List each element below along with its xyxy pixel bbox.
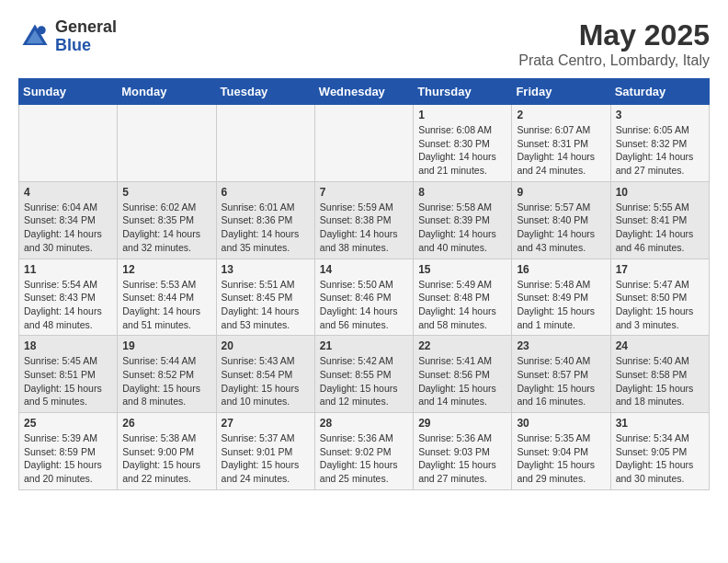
day-info: Daylight: 14 hours and 27 minutes. (616, 150, 704, 177)
logo-general: General (55, 18, 117, 37)
day-info: Daylight: 14 hours and 24 minutes. (517, 150, 605, 177)
day-info: Sunset: 8:44 PM (122, 291, 210, 304)
calendar-cell: 15Sunrise: 5:49 AMSunset: 8:48 PMDayligh… (414, 259, 512, 336)
day-number: 8 (418, 186, 506, 199)
calendar-cell (216, 105, 314, 182)
calendar-cell: 27Sunrise: 5:37 AMSunset: 9:01 PMDayligh… (216, 413, 314, 490)
day-info: Sunset: 8:58 PM (616, 368, 704, 382)
day-info: Daylight: 14 hours and 30 minutes. (24, 227, 112, 254)
day-number: 21 (320, 339, 408, 352)
day-number: 3 (616, 109, 704, 121)
day-info: Sunset: 8:46 PM (320, 291, 408, 304)
day-info: Sunset: 9:00 PM (122, 445, 210, 459)
calendar-cell (314, 105, 413, 182)
day-info: Sunset: 8:36 PM (222, 213, 310, 227)
day-number: 29 (418, 417, 506, 430)
calendar-cell: 11Sunrise: 5:54 AMSunset: 8:43 PMDayligh… (19, 259, 118, 336)
day-info: Daylight: 15 hours and 16 minutes. (517, 382, 605, 408)
day-info: Sunrise: 5:55 AM (616, 201, 704, 214)
day-info: Daylight: 15 hours and 5 minutes. (24, 382, 112, 408)
day-info: Sunset: 8:30 PM (418, 137, 506, 151)
day-header-thursday: Thursday (414, 79, 512, 105)
calendar-cell: 25Sunrise: 5:39 AMSunset: 8:59 PMDayligh… (19, 413, 118, 490)
day-info: Sunset: 8:32 PM (616, 137, 704, 151)
calendar-cell: 6Sunrise: 6:01 AMSunset: 8:36 PMDaylight… (216, 181, 314, 259)
day-number: 17 (616, 263, 704, 276)
day-info: Sunrise: 5:40 AM (517, 354, 605, 368)
day-info: Sunset: 8:54 PM (222, 368, 310, 382)
day-info: Daylight: 15 hours and 8 minutes. (122, 382, 210, 408)
day-info: Daylight: 15 hours and 25 minutes. (320, 458, 408, 485)
calendar-cell: 24Sunrise: 5:40 AMSunset: 8:58 PMDayligh… (610, 336, 709, 413)
calendar-cell: 30Sunrise: 5:35 AMSunset: 9:04 PMDayligh… (512, 413, 610, 490)
day-number: 18 (24, 339, 112, 352)
day-number: 9 (517, 186, 605, 199)
day-info: Sunrise: 5:43 AM (222, 354, 310, 368)
calendar-cell: 29Sunrise: 5:36 AMSunset: 9:03 PMDayligh… (414, 413, 512, 490)
title-block: May 2025 Prata Centro, Lombardy, Italy (518, 18, 710, 69)
day-info: Sunrise: 5:45 AM (24, 354, 112, 368)
calendar-table: SundayMondayTuesdayWednesdayThursdayFrid… (18, 78, 710, 490)
day-number: 19 (122, 339, 210, 352)
day-info: Sunrise: 6:07 AM (517, 123, 605, 137)
day-number: 12 (122, 263, 210, 276)
day-info: Sunrise: 5:39 AM (24, 431, 112, 445)
calendar-cell: 13Sunrise: 5:51 AMSunset: 8:45 PMDayligh… (216, 259, 314, 336)
day-header-saturday: Saturday (610, 79, 709, 105)
day-info: Daylight: 15 hours and 22 minutes. (122, 458, 210, 485)
day-number: 10 (616, 186, 704, 199)
day-number: 2 (517, 109, 605, 121)
week-row-1: 1Sunrise: 6:08 AMSunset: 8:30 PMDaylight… (19, 105, 710, 182)
day-info: Sunrise: 6:02 AM (122, 201, 210, 214)
day-info: Daylight: 14 hours and 38 minutes. (320, 227, 408, 254)
day-number: 1 (418, 109, 506, 121)
day-info: Sunrise: 5:59 AM (320, 201, 408, 214)
day-info: Daylight: 14 hours and 46 minutes. (616, 227, 704, 254)
calendar-cell: 31Sunrise: 5:34 AMSunset: 9:05 PMDayligh… (610, 413, 709, 490)
day-info: Daylight: 14 hours and 35 minutes. (222, 227, 310, 254)
day-info: Sunset: 9:02 PM (320, 445, 408, 459)
day-number: 24 (616, 339, 704, 352)
day-info: Daylight: 15 hours and 1 minute. (517, 304, 605, 331)
day-info: Daylight: 14 hours and 32 minutes. (122, 227, 210, 254)
day-info: Sunrise: 5:36 AM (418, 431, 506, 445)
day-number: 22 (418, 339, 506, 352)
calendar-cell: 16Sunrise: 5:48 AMSunset: 8:49 PMDayligh… (512, 259, 610, 336)
day-info: Sunrise: 6:05 AM (616, 123, 704, 137)
day-info: Daylight: 15 hours and 24 minutes. (222, 458, 310, 485)
day-info: Sunset: 9:04 PM (517, 445, 605, 459)
day-info: Sunset: 8:57 PM (517, 368, 605, 382)
day-info: Daylight: 14 hours and 53 minutes. (222, 304, 310, 331)
day-info: Sunset: 8:49 PM (517, 291, 605, 304)
day-info: Daylight: 14 hours and 43 minutes. (517, 227, 605, 254)
calendar-cell: 28Sunrise: 5:36 AMSunset: 9:02 PMDayligh… (314, 413, 413, 490)
calendar-cell (19, 105, 118, 182)
day-number: 7 (320, 186, 408, 199)
day-number: 23 (517, 339, 605, 352)
week-row-5: 25Sunrise: 5:39 AMSunset: 8:59 PMDayligh… (19, 413, 710, 490)
location: Prata Centro, Lombardy, Italy (518, 52, 710, 69)
day-info: Daylight: 15 hours and 12 minutes. (320, 382, 408, 408)
day-number: 5 (122, 186, 210, 199)
day-info: Sunrise: 5:54 AM (24, 278, 112, 292)
calendar-cell: 17Sunrise: 5:47 AMSunset: 8:50 PMDayligh… (610, 259, 709, 336)
day-info: Sunset: 8:59 PM (24, 445, 112, 459)
day-info: Sunrise: 5:36 AM (320, 431, 408, 445)
day-info: Sunset: 8:45 PM (222, 291, 310, 304)
day-info: Daylight: 14 hours and 48 minutes. (24, 304, 112, 331)
day-info: Sunrise: 5:38 AM (122, 431, 210, 445)
day-header-tuesday: Tuesday (216, 79, 314, 105)
day-number: 13 (222, 263, 310, 276)
calendar-cell: 18Sunrise: 5:45 AMSunset: 8:51 PMDayligh… (19, 336, 118, 413)
day-info: Sunrise: 5:35 AM (517, 431, 605, 445)
calendar-cell: 7Sunrise: 5:59 AMSunset: 8:38 PMDaylight… (314, 181, 413, 259)
calendar-cell: 5Sunrise: 6:02 AMSunset: 8:35 PMDaylight… (118, 181, 216, 259)
day-number: 15 (418, 263, 506, 276)
day-info: Daylight: 15 hours and 30 minutes. (616, 458, 704, 485)
day-info: Sunset: 8:34 PM (24, 213, 112, 227)
day-info: Daylight: 15 hours and 14 minutes. (418, 382, 506, 408)
day-header-wednesday: Wednesday (314, 79, 413, 105)
day-info: Daylight: 14 hours and 21 minutes. (418, 150, 506, 177)
day-number: 6 (222, 186, 310, 199)
day-info: Sunrise: 5:44 AM (122, 354, 210, 368)
